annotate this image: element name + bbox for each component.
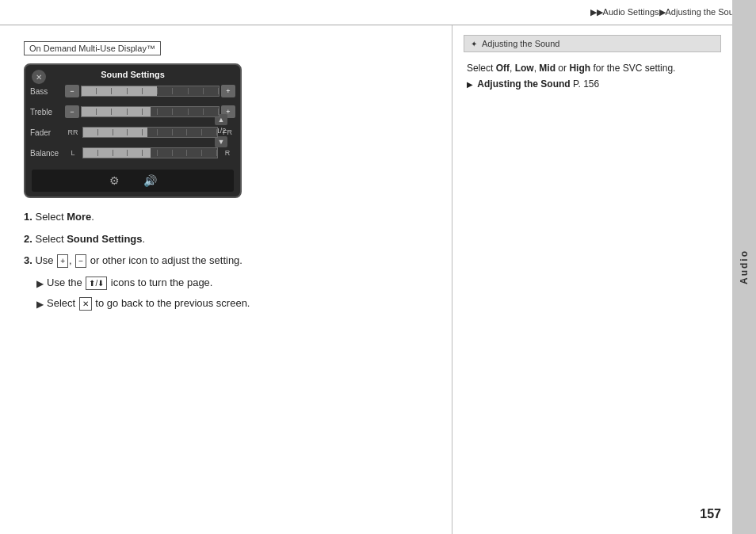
device-bottom-bar: ⚙ 🔊: [32, 170, 234, 192]
fader-rr-label: RR: [65, 128, 81, 136]
fader-row: Fader RR FR: [30, 124, 235, 141]
treble-label: Treble: [30, 108, 65, 116]
step-2: 2. Select Sound Settings.: [24, 231, 436, 247]
device-screen: ✕ Sound Settings ▲ 1/2 ▼ Bass −: [24, 63, 242, 198]
balance-r-label: R: [220, 149, 235, 157]
balance-label: Balance: [30, 149, 65, 158]
section-title: Adjusting the Sound: [482, 39, 559, 48]
on-demand-badge: On Demand Multi-Use Display™: [24, 41, 161, 55]
note-1: ▶ Use the ⬆/⬇ icons to turn the page.: [36, 275, 436, 291]
balance-slider[interactable]: [82, 147, 218, 158]
content-line1: Select Off, Low, Mid or High for the SVC…: [467, 60, 718, 76]
fader-slider[interactable]: [82, 127, 218, 138]
section-content: Select Off, Low, Mid or High for the SVC…: [464, 60, 721, 93]
device-close-btn[interactable]: ✕: [32, 70, 46, 84]
section-header-icon: ✦: [471, 40, 477, 48]
content-line2: ▶ Adjusting the Sound P. 156: [467, 76, 718, 92]
fader-label: Fader: [30, 128, 65, 137]
nav-icon[interactable]: 🔊: [143, 174, 157, 187]
page-number: 157: [700, 507, 721, 521]
treble-minus[interactable]: −: [65, 105, 79, 118]
treble-row: Treble − +: [30, 103, 235, 120]
plus-icon-box: +: [57, 254, 68, 268]
treble-slider[interactable]: [81, 106, 220, 117]
prev-page-icon: ⬆/⬇: [86, 277, 107, 290]
right-panel: ✦ Adjusting the Sound Select Off, Low, M…: [452, 25, 732, 534]
step-1: 1. Select More.: [24, 209, 436, 225]
right-sidebar: Audio: [732, 0, 756, 534]
device-screen-title: Sound Settings: [30, 70, 235, 79]
main-content: On Demand Multi-Use Display™ ✕ Sound Set…: [0, 25, 732, 534]
minus-icon-box: −: [75, 254, 86, 268]
note-2: ▶ Select ✕ to go back to the previous sc…: [36, 296, 436, 311]
balance-row: Balance L R: [30, 144, 235, 162]
instructions: 1. Select More. 2. Select Sound Settings…: [24, 209, 436, 311]
mode-icon[interactable]: ⚙: [109, 174, 120, 187]
balance-l-label: L: [65, 149, 81, 157]
section-header: ✦ Adjusting the Sound: [464, 35, 721, 52]
bass-plus[interactable]: +: [221, 85, 235, 97]
bass-slider[interactable]: [81, 86, 220, 97]
sidebar-label: Audio: [739, 250, 750, 284]
top-header: ▶▶Audio Settings▶Adjusting the Sound: [0, 0, 756, 25]
breadcrumb: ▶▶Audio Settings▶Adjusting the Sound: [590, 7, 743, 17]
bass-label: Bass: [30, 87, 65, 96]
bass-minus[interactable]: −: [65, 85, 79, 97]
step-3: 3. Use +, − or other icon to adjust the …: [24, 253, 436, 269]
left-panel: On Demand Multi-Use Display™ ✕ Sound Set…: [0, 25, 452, 534]
bass-row: Bass − +: [30, 82, 235, 100]
page-down-arrow[interactable]: ▼: [215, 136, 227, 147]
back-icon: ✕: [79, 297, 92, 311]
